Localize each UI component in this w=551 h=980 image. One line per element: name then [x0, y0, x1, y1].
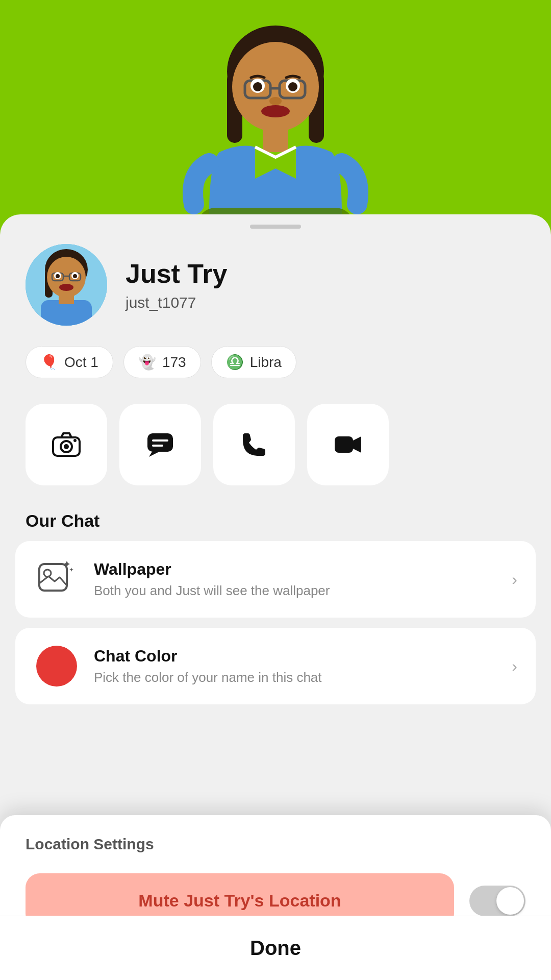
camera-button[interactable]: [26, 404, 107, 485]
profile-username: just_t1077: [126, 294, 227, 311]
profile-info: Just Try just_t1077: [126, 258, 227, 311]
zodiac-value: Libra: [250, 354, 282, 371]
phone-button[interactable]: [213, 404, 295, 485]
svg-rect-36: [39, 564, 67, 591]
wallpaper-subtitle: Both you and Just will see the wallpaper: [94, 583, 497, 599]
profile-section: Just Try just_t1077: [0, 244, 551, 346]
svg-point-30: [64, 444, 69, 449]
chat-color-title: Chat Color: [94, 647, 497, 666]
birthday-badge[interactable]: 🎈 Oct 1: [26, 346, 113, 378]
profile-name: Just Try: [126, 258, 227, 289]
svg-rect-27: [59, 295, 74, 304]
snap-score-value: 173: [162, 354, 186, 371]
wallpaper-text: Wallpaper Both you and Just will see the…: [94, 560, 497, 599]
chat-color-text: Chat Color Pick the color of your name i…: [94, 647, 497, 685]
avatar: [26, 244, 107, 326]
svg-point-21: [59, 284, 73, 291]
zodiac-badge[interactable]: ♎ Libra: [211, 346, 296, 378]
svg-rect-13: [263, 127, 288, 152]
ghost-icon: 👻: [138, 354, 156, 371]
svg-point-11: [253, 82, 262, 91]
balloon-icon: 🎈: [40, 354, 58, 371]
stats-row: 🎈 Oct 1 👻 173 ♎ Libra: [0, 346, 551, 404]
wallpaper-icon: [34, 556, 80, 602]
svg-point-37: [44, 570, 51, 577]
svg-point-17: [47, 257, 86, 298]
chat-color-subtitle: Pick the color of your name in this chat: [94, 670, 497, 685]
birthday-value: Oct 1: [64, 354, 98, 371]
svg-point-8: [261, 105, 290, 117]
our-chat-header: Our Chat: [0, 511, 551, 541]
location-settings-panel: Location Settings Mute Just Try's Locati…: [0, 815, 551, 980]
svg-point-31: [73, 439, 77, 442]
profile-bottom-sheet: Just Try just_t1077 🎈 Oct 1 👻 173 ♎ Libr…: [0, 214, 551, 980]
svg-point-7: [269, 97, 282, 105]
video-button[interactable]: [307, 404, 389, 485]
svg-rect-35: [335, 436, 353, 453]
wallpaper-chevron-icon: ›: [512, 570, 517, 589]
svg-point-25: [73, 274, 77, 278]
wallpaper-title: Wallpaper: [94, 560, 497, 579]
svg-rect-33: [152, 439, 168, 442]
chat-color-icon: [34, 643, 80, 689]
location-settings-header: Location Settings: [0, 815, 551, 863]
mute-location-label: Mute Just Try's Location: [138, 891, 341, 910]
done-button[interactable]: Done: [26, 937, 525, 960]
chat-color-chevron-icon: ›: [512, 657, 517, 676]
chat-button[interactable]: [119, 404, 201, 485]
drag-handle[interactable]: [250, 225, 301, 229]
mute-toggle[interactable]: [469, 886, 525, 916]
svg-point-24: [56, 274, 60, 278]
svg-rect-32: [147, 433, 173, 452]
snap-score-badge[interactable]: 👻 173: [123, 346, 201, 378]
toggle-knob: [496, 887, 524, 915]
wallpaper-card[interactable]: Wallpaper Both you and Just will see the…: [15, 541, 536, 618]
libra-icon: ♎: [226, 354, 244, 371]
svg-rect-34: [152, 445, 163, 447]
action-buttons-row: [0, 404, 551, 511]
chat-color-card[interactable]: Chat Color Pick the color of your name i…: [15, 628, 536, 704]
svg-point-12: [288, 82, 297, 91]
done-bar: Done: [0, 916, 551, 980]
